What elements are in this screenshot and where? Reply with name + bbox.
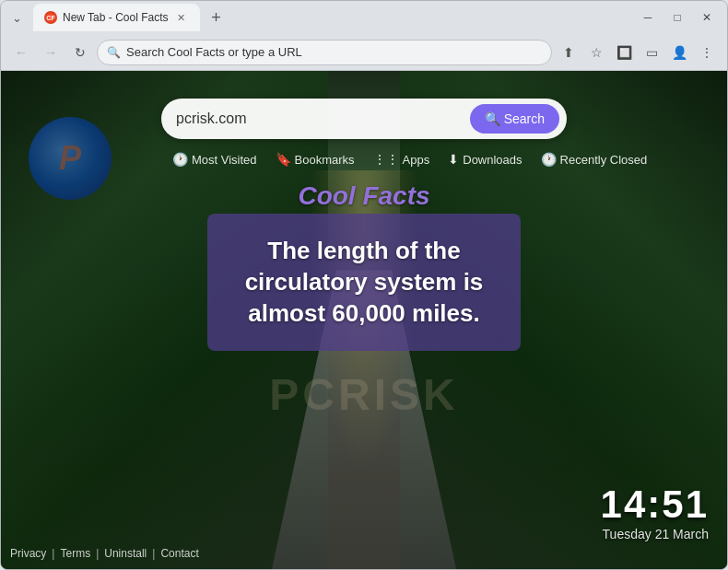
bookmarks-label: Bookmarks <box>295 153 355 167</box>
search-btn-icon: 🔍 <box>485 111 500 126</box>
recently-closed-link[interactable]: 🕐 Recently Closed <box>534 148 655 170</box>
search-bar[interactable]: pcrisk.com 🔍 Search <box>161 99 567 139</box>
search-btn-label: Search <box>504 111 545 126</box>
clock-date: Tuesday 21 March <box>601 527 709 541</box>
footer-links: Privacy | Terms | Uninstall | Contact <box>10 547 199 560</box>
window-switch-button[interactable]: ▭ <box>639 40 664 65</box>
close-button[interactable]: ✕ <box>694 5 720 30</box>
apps-link[interactable]: ⋮⋮ Apps <box>366 148 438 170</box>
recently-closed-label: Recently Closed <box>560 153 648 167</box>
bookmarks-icon: 🔖 <box>276 152 291 167</box>
tab-close-button[interactable]: ✕ <box>174 10 189 25</box>
logo-circle: P <box>29 117 112 200</box>
terms-link[interactable]: Terms <box>60 547 90 560</box>
search-button[interactable]: 🔍 Search <box>470 104 559 134</box>
title-bar: ⌄ CF New Tab - Cool Facts ✕ + ─ □ ✕ <box>1 1 727 34</box>
apps-icon: ⋮⋮ <box>373 152 399 167</box>
bookmarks-bar: 🕐 Most Visited 🔖 Bookmarks ⋮⋮ Apps ⬇ Dow… <box>161 148 567 170</box>
extensions-button[interactable]: 🔲 <box>611 40 637 65</box>
sep-1: | <box>52 547 54 560</box>
clock-time: 14:51 <box>601 483 709 527</box>
sep-3: | <box>152 547 155 560</box>
most-visited-link[interactable]: 🕐 Most Visited <box>165 148 264 170</box>
menu-button[interactable]: ⋮ <box>694 40 720 65</box>
maximize-button[interactable]: □ <box>664 5 690 30</box>
bookmark-button[interactable]: ☆ <box>583 40 609 65</box>
clock: 14:51 Tuesday 21 March <box>601 483 709 541</box>
recently-closed-icon: 🕐 <box>541 152 557 167</box>
privacy-link[interactable]: Privacy <box>10 547 46 560</box>
fact-text: The length of the circulatory system is … <box>233 236 495 329</box>
new-tab-button[interactable]: + <box>204 5 229 30</box>
window-controls: ─ □ ✕ <box>635 5 720 30</box>
back-button[interactable]: ← <box>8 40 34 65</box>
bookmarks-link[interactable]: 🔖 Bookmarks <box>268 148 362 170</box>
active-tab[interactable]: CF New Tab - Cool Facts ✕ <box>33 4 200 31</box>
downloads-link[interactable]: ⬇ Downloads <box>440 148 529 170</box>
brand-title: Cool Facts <box>298 181 429 211</box>
toolbar-right-actions: ⬆ ☆ 🔲 ▭ 👤 ⋮ <box>556 40 720 65</box>
search-area: pcrisk.com 🔍 Search 🕐 Most Visited 🔖 Boo… <box>161 99 567 170</box>
most-visited-label: Most Visited <box>192 153 257 167</box>
tab-strip: ⌄ CF New Tab - Cool Facts ✕ + <box>8 4 229 31</box>
title-bar-chevron-left[interactable]: ⌄ <box>8 11 26 25</box>
reload-button[interactable]: ↻ <box>67 40 93 65</box>
logo-text: P <box>59 139 81 178</box>
search-address-icon: 🔍 <box>107 46 121 59</box>
pcrisk-watermark: PCRISK <box>269 369 458 420</box>
fact-card: The length of the circulatory system is … <box>207 214 521 351</box>
sep-2: | <box>96 547 99 560</box>
profile-button[interactable]: 👤 <box>666 40 692 65</box>
tab-favicon: CF <box>44 11 57 24</box>
tab-title: New Tab - Cool Facts <box>63 11 169 24</box>
search-input[interactable]: pcrisk.com <box>176 111 463 127</box>
browser-window: ⌄ CF New Tab - Cool Facts ✕ + ─ □ ✕ ← → … <box>0 0 728 570</box>
page-content: P PCRISK pcrisk.com 🔍 Search 🕐 Most Visi… <box>1 71 727 569</box>
most-visited-icon: 🕐 <box>172 152 188 167</box>
contact-link[interactable]: Contact <box>160 547 198 560</box>
minimize-button[interactable]: ─ <box>635 5 661 30</box>
logo-area: P <box>29 117 121 209</box>
forward-button[interactable]: → <box>38 40 64 65</box>
address-bar[interactable]: 🔍 Search Cool Facts or type a URL <box>97 40 552 65</box>
downloads-label: Downloads <box>463 153 522 167</box>
apps-label: Apps <box>403 153 430 167</box>
uninstall-link[interactable]: Uninstall <box>104 547 147 560</box>
downloads-icon: ⬇ <box>448 152 459 167</box>
address-text: Search Cool Facts or type a URL <box>126 45 542 59</box>
share-button[interactable]: ⬆ <box>556 40 581 65</box>
browser-toolbar: ← → ↻ 🔍 Search Cool Facts or type a URL … <box>1 34 727 71</box>
